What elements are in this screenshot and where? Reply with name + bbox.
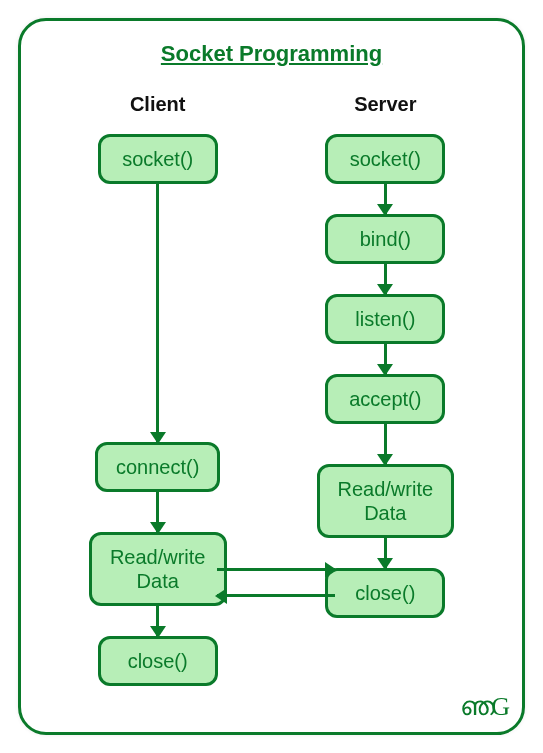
gfg-logo-icon: ഞG xyxy=(460,692,506,722)
server-bind-node: bind() xyxy=(325,214,445,264)
arrow-down-icon xyxy=(156,492,159,532)
diagram-frame: Socket Programming Client socket() conne… xyxy=(18,18,525,735)
server-listen-node: listen() xyxy=(325,294,445,344)
client-close-node: close() xyxy=(98,636,218,686)
client-readwrite-node: Read/write Data xyxy=(89,532,227,606)
server-column: Server socket() bind() listen() accept()… xyxy=(317,93,455,686)
arrow-down-icon xyxy=(156,606,159,636)
arrow-down-icon xyxy=(384,424,387,464)
server-readwrite-node: Read/write Data xyxy=(317,464,455,538)
arrow-down-icon xyxy=(384,184,387,214)
client-connect-node: connect() xyxy=(95,442,220,492)
arrow-down-icon xyxy=(384,538,387,568)
arrow-down-icon xyxy=(156,184,159,442)
arrow-down-icon xyxy=(384,264,387,294)
bidirectional-arrows xyxy=(217,562,335,606)
server-socket-node: socket() xyxy=(325,134,445,184)
client-socket-node: socket() xyxy=(98,134,218,184)
server-close-node: close() xyxy=(325,568,445,618)
client-column: Client socket() connect() Read/write Dat… xyxy=(89,93,227,686)
arrow-down-icon xyxy=(384,344,387,374)
client-header: Client xyxy=(130,93,186,116)
arrow-left-icon xyxy=(217,594,335,597)
title-wrap: Socket Programming xyxy=(21,21,522,67)
server-accept-node: accept() xyxy=(325,374,445,424)
diagram-title: Socket Programming xyxy=(161,41,382,67)
arrow-right-icon xyxy=(217,568,335,571)
server-header: Server xyxy=(354,93,416,116)
